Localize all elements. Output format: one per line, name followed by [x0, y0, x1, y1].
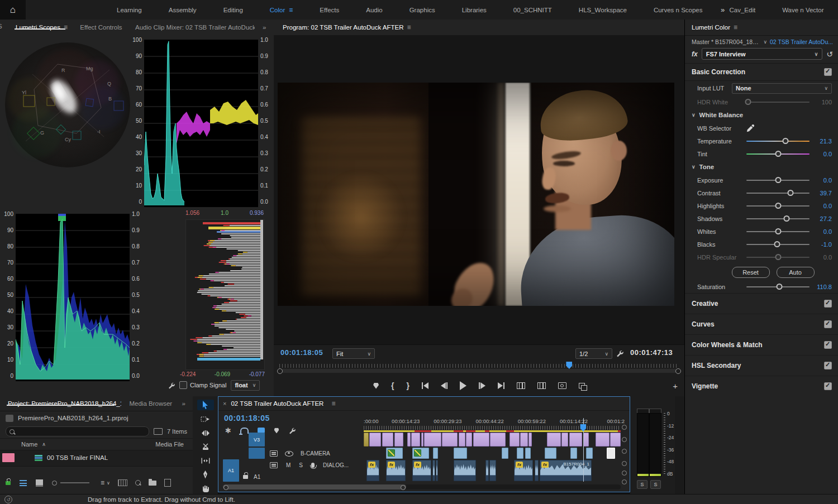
slider-value[interactable]: 0.0	[810, 228, 832, 235]
slider-knob[interactable]	[784, 215, 790, 222]
step-back-button[interactable]	[441, 382, 447, 389]
track-v3-target[interactable]: V3	[249, 433, 265, 447]
section-header-creative[interactable]: Creative	[685, 293, 838, 314]
scopes-settings-wrench-icon[interactable]	[168, 382, 175, 389]
reset-button[interactable]: Reset	[732, 267, 770, 278]
solo-button[interactable]: S	[299, 462, 303, 468]
saturation-slider[interactable]	[746, 286, 810, 287]
video-clip[interactable]	[466, 433, 472, 447]
workspace-tab-curves-n-scopes[interactable]: Curves n Scopes	[640, 7, 716, 13]
video-clip[interactable]	[421, 433, 423, 447]
play-button[interactable]	[460, 381, 466, 390]
slider-value[interactable]: 0.0	[810, 203, 832, 209]
video-clip[interactable]	[510, 433, 520, 447]
writable-indicator-icon[interactable]	[6, 481, 11, 485]
workspace-tab-learning[interactable]: Learning	[103, 7, 155, 13]
step-forward-button[interactable]	[479, 382, 485, 389]
tone-header[interactable]: ∨ Tone	[685, 160, 838, 174]
snap-icon[interactable]	[240, 428, 249, 434]
video-clip[interactable]	[364, 433, 369, 447]
track-v-source[interactable]	[249, 448, 265, 459]
video-clip[interactable]	[412, 448, 429, 459]
basic-correction-checkbox[interactable]	[824, 68, 832, 76]
workspace-tab-editing[interactable]: Editing	[210, 7, 256, 13]
label-color-swatch[interactable]	[2, 453, 15, 462]
sequence-tab-title[interactable]: 02 TSB Trailer AutoDuck AFTER	[231, 400, 323, 407]
sequence-clip-label[interactable]: 02 TSB Trailer AutoDu...	[770, 39, 833, 45]
track-patch-icon[interactable]	[270, 462, 278, 468]
audio-clip[interactable]: fx	[386, 460, 406, 481]
audio-clip[interactable]: fx	[412, 460, 431, 481]
video-clip[interactable]	[473, 433, 489, 447]
video-clip[interactable]	[547, 433, 561, 447]
tab-project[interactable]: Project: PremierePro_NAB2018_h264_1≡	[0, 400, 121, 407]
ripple-edit-tool[interactable]	[197, 428, 214, 438]
export-frame-button[interactable]	[558, 382, 566, 389]
track-select-forward-tool[interactable]	[197, 414, 214, 424]
panel-menu-icon[interactable]: ≡	[407, 23, 411, 31]
timeline-settings-wrench-icon[interactable]	[288, 427, 296, 434]
track-patch-icon[interactable]	[270, 450, 278, 457]
slider-track[interactable]	[746, 193, 810, 194]
mute-button[interactable]: M	[286, 462, 291, 468]
video-clip[interactable]	[502, 448, 508, 459]
scroll-dot[interactable]	[622, 479, 627, 484]
voiceover-mic-icon[interactable]	[311, 463, 315, 468]
slider-track[interactable]	[746, 231, 810, 232]
audio-track-dialog[interactable]: fxfxfxfxfxB157R004_1	[364, 460, 621, 482]
tab-audio-clip-mixer[interactable]: Audio Clip Mixer: 02 TSB Trailer AutoDuc…	[127, 24, 255, 31]
workspace-menu-icon[interactable]: ≡	[289, 6, 293, 14]
workspace-overflow-button[interactable]: »	[721, 0, 725, 20]
section-checkbox[interactable]	[824, 320, 832, 328]
slider-knob[interactable]	[775, 177, 781, 183]
section-checkbox[interactable]	[824, 362, 832, 369]
close-icon[interactable]: ×	[223, 400, 226, 407]
video-clip[interactable]	[490, 433, 506, 447]
video-clip[interactable]	[433, 448, 438, 459]
video-clip[interactable]	[386, 448, 403, 459]
scroll-dot[interactable]	[622, 471, 627, 476]
panel-menu-icon[interactable]: ≡	[64, 23, 68, 31]
button-editor-plus[interactable]: +	[673, 381, 678, 391]
video-clip[interactable]	[596, 433, 610, 447]
add-marker-button[interactable]	[373, 383, 379, 389]
workspace-tab-effects[interactable]: Effects	[306, 7, 353, 13]
slider-value[interactable]: 27.2	[810, 215, 832, 222]
tab-overflow-icon[interactable]: »	[174, 400, 193, 407]
white-balance-header[interactable]: ∨ White Balance	[685, 108, 838, 122]
tab-overflow-icon[interactable]: »	[255, 24, 274, 31]
input-lut-dropdown[interactable]: None∨	[732, 83, 832, 94]
video-clip[interactable]	[407, 433, 411, 447]
slider-track[interactable]	[746, 257, 810, 258]
slider-knob[interactable]	[775, 254, 781, 260]
video-clip[interactable]	[394, 433, 403, 447]
list-view-button[interactable]	[20, 480, 27, 486]
timeline-hscrollbar[interactable]	[223, 484, 621, 489]
audio-clip[interactable]	[489, 460, 496, 481]
workspace-tab-color[interactable]: Color≡	[256, 6, 307, 14]
selection-tool[interactable]	[197, 400, 214, 410]
clamp-signal-control[interactable]: Clamp Signal	[179, 381, 226, 389]
audio-clip[interactable]	[485, 460, 489, 481]
add-marker-icon[interactable]	[274, 428, 279, 433]
workspace-tab-assembly[interactable]: Assembly	[155, 7, 210, 13]
solo-left-button[interactable]: S	[637, 480, 647, 489]
slider-knob[interactable]	[775, 203, 781, 209]
video-clip[interactable]	[561, 433, 568, 447]
workspace-tab-audio[interactable]: Audio	[353, 7, 396, 13]
video-clip[interactable]	[610, 433, 621, 447]
clamp-signal-checkbox[interactable]	[179, 381, 187, 389]
program-playhead[interactable]	[566, 362, 572, 369]
audio-clip[interactable]: fxB157R004_1	[540, 460, 592, 481]
slider-knob[interactable]	[788, 190, 794, 196]
slider-value[interactable]: -1.0	[810, 241, 832, 248]
slider-knob[interactable]	[775, 228, 781, 234]
mark-in-button[interactable]: {	[391, 381, 394, 390]
program-video-frame[interactable]	[278, 83, 674, 306]
precision-dropdown[interactable]: float∨	[231, 380, 260, 391]
hdr-white-slider[interactable]	[746, 102, 810, 103]
solo-right-button[interactable]: S	[650, 480, 661, 489]
basic-correction-header[interactable]: Basic Correction	[685, 64, 838, 81]
zoom-out-icon[interactable]	[52, 481, 57, 486]
program-scrubber[interactable]	[279, 363, 679, 371]
